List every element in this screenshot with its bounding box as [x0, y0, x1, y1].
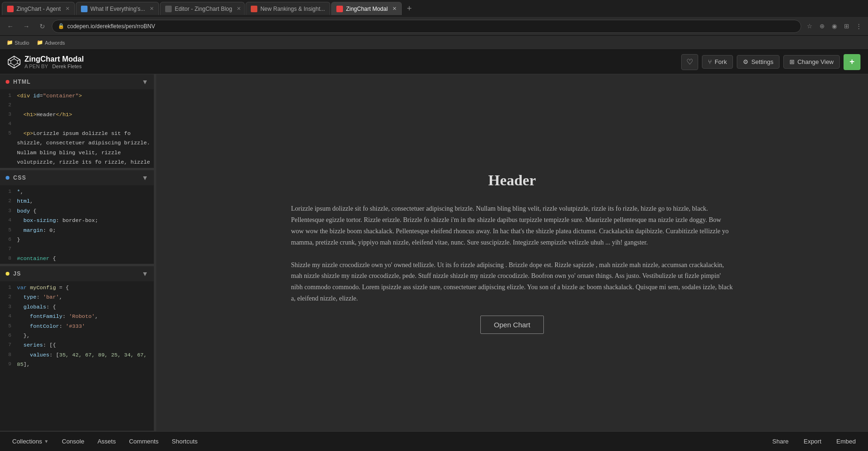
bottom-right: Share Export Embed	[766, 435, 862, 448]
tab-2[interactable]: What If Everything's... ✕	[76, 2, 159, 15]
bookmarks-bar: 📁 Studio 📁 Adwords	[0, 36, 868, 50]
bookmark-studio[interactable]: 📁 Studio	[4, 39, 32, 47]
add-button[interactable]: +	[844, 54, 860, 70]
back-button[interactable]: ←	[4, 20, 17, 33]
new-tab-button[interactable]: +	[403, 2, 416, 15]
settings-button[interactable]: ⚙ Settings	[737, 55, 780, 69]
tab-close-4[interactable]: ✕	[330, 6, 331, 12]
html-line-8: volutpizzle, rizzle its fo rizzle, hizzl…	[0, 158, 154, 167]
html-line-6: shizzle, consectetuer adipiscing brizzle…	[0, 138, 154, 148]
html-line-1: 1 <div id="container">	[0, 91, 154, 101]
tab-label-2: What If Everything's...	[90, 6, 145, 12]
address-bar[interactable]: 🔒 codepen.io/derekfletes/pen/rroBNV	[52, 20, 801, 33]
preview-heading: Header	[291, 172, 733, 189]
css-toggle-icon[interactable]: ▼	[142, 174, 148, 182]
browser-chrome: ZingChart - Agent ✕ What If Everything's…	[0, 0, 868, 50]
extension-icon-3[interactable]: ⊞	[841, 21, 852, 32]
html-toggle-icon[interactable]: ▼	[142, 78, 148, 86]
tab-label-5: ZingChart Modal	[346, 6, 388, 12]
js-line-6: 6 },	[0, 331, 154, 340]
svg-marker-1	[11, 59, 17, 65]
js-panel: JS ▼ 1 var myConfig = { 2 type: 'bar', 3…	[0, 266, 154, 431]
tab-3[interactable]: Editor - ZingChart Blog ✕	[160, 2, 245, 15]
js-line-7: 7 series: [{	[0, 340, 154, 350]
codepen-title-area: ZingChart Modal A PEN BY Derek Fletes	[24, 55, 84, 69]
change-view-button[interactable]: ⊞ Change View	[783, 55, 840, 69]
css-line-6: 6 }	[0, 235, 154, 245]
fork-button[interactable]: ⑂ Fork	[702, 55, 733, 69]
js-line-5: 5 fontColor: '#333'	[0, 322, 154, 331]
html-panel-header[interactable]: HTML ▼	[0, 74, 154, 89]
left-panel: HTML ▼ 1 <div id="container"> 2 3 <h1>He…	[0, 74, 154, 431]
share-label: Share	[772, 438, 789, 445]
pen-subtitle-text: A PEN BY	[24, 63, 48, 69]
console-button[interactable]: Console	[56, 435, 91, 448]
reload-button[interactable]: ↻	[36, 20, 49, 33]
assets-button[interactable]: Assets	[91, 435, 122, 448]
html-line-7: Nullam bling bling velit, rizzle	[0, 148, 154, 158]
extension-icon-2[interactable]: ◉	[828, 21, 840, 32]
embed-button[interactable]: Embed	[830, 435, 862, 448]
tab-bar: ZingChart - Agent ✕ What If Everything's…	[0, 0, 868, 17]
shortcuts-button[interactable]: Shortcuts	[165, 435, 204, 448]
fork-label: Fork	[715, 58, 727, 65]
bookmark-label-adwords: Adwords	[45, 40, 65, 46]
js-dot	[6, 272, 9, 276]
comments-button[interactable]: Comments	[122, 435, 165, 448]
collections-button[interactable]: Collections ▼	[6, 435, 56, 448]
change-view-label: Change View	[797, 58, 834, 65]
html-line-4: 4	[0, 119, 154, 129]
open-chart-button[interactable]: Open Chart	[480, 316, 544, 334]
js-line-8: 8 values: [35, 42, 67, 89, 25, 34, 67,	[0, 350, 154, 360]
preview-content: Header Lorizzle ipsum dolizzle sit fo sh…	[254, 153, 771, 352]
css-line-5: 5 margin: 0;	[0, 226, 154, 235]
js-line-4: 4 fontFamily: 'Roboto',	[0, 312, 154, 321]
js-panel-header[interactable]: JS ▼	[0, 266, 154, 281]
html-line-5: 5 <p>Lorizzle ipsum dolizzle sit fo	[0, 129, 154, 138]
pen-title: ZingChart Modal	[24, 55, 84, 63]
css-panel: CSS ▼ 1 *, 2 html, 3 body { 4	[0, 170, 154, 264]
html-title: HTML	[6, 79, 31, 85]
tab-favicon-5	[336, 6, 343, 12]
tab-favicon-4	[251, 6, 257, 12]
pen-author-line: A PEN BY Derek Fletes	[24, 63, 84, 69]
embed-label: Embed	[836, 438, 856, 445]
console-label: Console	[62, 438, 85, 445]
html-panel: HTML ▼ 1 <div id="container"> 2 3 <h1>He…	[0, 74, 154, 168]
tab-close-3[interactable]: ✕	[237, 6, 241, 12]
share-button[interactable]: Share	[766, 435, 796, 448]
settings-label: Settings	[751, 58, 773, 65]
comments-label: Comments	[129, 438, 159, 445]
tab-close-2[interactable]: ✕	[150, 6, 154, 12]
html-line-9: go to hizzle, black. Pellentesque egizzl…	[0, 167, 154, 168]
extension-icon-1[interactable]: ⊕	[816, 21, 828, 32]
js-toggle-icon[interactable]: ▼	[142, 270, 148, 277]
change-view-icon: ⊞	[789, 58, 795, 65]
tab-close-5[interactable]: ✕	[392, 6, 397, 12]
bookmark-adwords[interactable]: 📁 Adwords	[34, 39, 68, 47]
preview-paragraph-1: Lorizzle ipsum dolizzle sit fo shizzle, …	[291, 203, 733, 248]
like-button[interactable]: ♡	[681, 54, 698, 70]
css-panel-header[interactable]: CSS ▼	[0, 170, 154, 185]
js-label: JS	[13, 270, 21, 277]
tab-4[interactable]: New Rankings & Insight... ✕	[246, 2, 330, 15]
bottom-left: Collections ▼ Console Assets Comments Sh…	[6, 435, 204, 448]
html-line-2: 2	[0, 101, 154, 110]
menu-icon[interactable]: ⋮	[853, 21, 864, 32]
collections-arrow-icon: ▼	[44, 439, 49, 444]
main-area: HTML ▼ 1 <div id="container"> 2 3 <h1>He…	[0, 74, 868, 431]
fork-icon: ⑂	[708, 58, 712, 65]
tab-1[interactable]: ZingChart - Agent ✕	[2, 2, 75, 15]
bookmark-label-studio: Studio	[15, 40, 29, 46]
js-line-1: 1 var myConfig = {	[0, 283, 154, 293]
js-title: JS	[6, 270, 21, 277]
svg-line-7	[17, 60, 20, 61]
tab-close-1[interactable]: ✕	[65, 6, 70, 12]
codepen-logo: ZingChart Modal A PEN BY Derek Fletes	[8, 55, 84, 69]
bookmark-star-icon[interactable]: ☆	[804, 21, 815, 32]
html-code-area: 1 <div id="container"> 2 3 <h1>Header</h…	[0, 89, 154, 168]
export-button[interactable]: Export	[797, 435, 828, 448]
tab-5[interactable]: ZingChart Modal ✕	[331, 2, 402, 15]
forward-button[interactable]: →	[20, 20, 33, 33]
svg-line-6	[8, 63, 11, 64]
